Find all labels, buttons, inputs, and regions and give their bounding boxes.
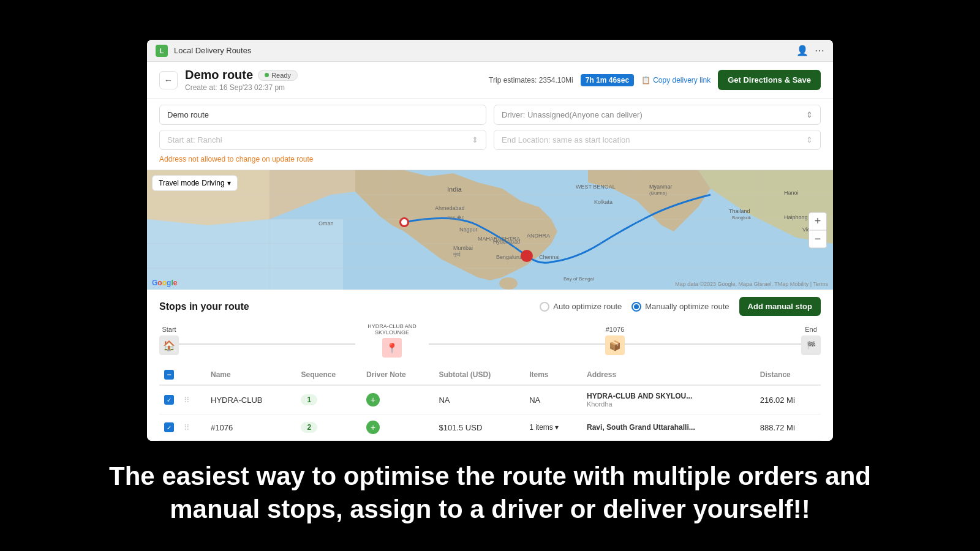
start-location-select[interactable]: Start at: Ranchi ⇕ <box>159 130 486 150</box>
svg-text:Bay of Bengal: Bay of Bengal <box>564 276 594 282</box>
route-name-input[interactable] <box>159 105 486 125</box>
row1-address-cell: HYDRA-CLUB AND SKYLOU... Khordha <box>582 385 755 414</box>
zoom-in-button[interactable]: + <box>809 212 826 230</box>
table-row: ✓ ⠿ HYDRA-CLUB 1 + <box>159 385 821 414</box>
row1-checkbox-cell[interactable]: ✓ <box>159 385 179 414</box>
map-attribution: Map data ©2023 Google, Mapa GIsrael, TMa… <box>675 281 828 287</box>
row1-subtotal-cell: NA <box>434 385 524 414</box>
route-subtitle: Create at: 16 Sep'23 02:37 pm <box>185 83 298 92</box>
col-check: − <box>159 365 179 385</box>
row1-distance-cell: 216.02 Mi <box>755 385 821 414</box>
stop-node-1076: #1076 📦 <box>605 326 625 355</box>
row2-items[interactable]: 1 items ▾ <box>529 423 577 432</box>
svg-point-4 <box>401 219 407 225</box>
dropdown-arrow-icon: ⇕ <box>806 110 813 119</box>
titlebar-right: 👤 ⋯ <box>796 45 824 56</box>
row2-add-note-button[interactable]: + <box>366 421 380 434</box>
travel-mode-dropdown-icon: ▾ <box>227 179 231 187</box>
travel-mode-button[interactable]: Travel mode Driving ▾ <box>152 175 238 191</box>
caption-line1: The easiest way to optimise the route wi… <box>109 462 871 490</box>
select-all-checkbox[interactable]: − <box>164 370 174 380</box>
manually-optimize-option[interactable]: Manually optimize route <box>631 302 729 312</box>
svg-text:Haiphong: Haiphong <box>784 214 808 220</box>
row1-add-note-button[interactable]: + <box>366 393 380 407</box>
row2-items-cell: 1 items ▾ <box>524 414 582 441</box>
auto-optimize-option[interactable]: Auto optimize route <box>540 302 622 312</box>
caption-text: The easiest way to optimise the route wi… <box>37 460 943 527</box>
zoom-out-button[interactable]: − <box>809 230 826 247</box>
end-location-select[interactable]: End Location: same as start location ⇕ <box>494 130 821 150</box>
row1-seq-cell: 1 <box>296 385 361 414</box>
back-button[interactable]: ← <box>159 71 178 89</box>
user-icon[interactable]: 👤 <box>796 45 809 56</box>
row2-address-main: Ravi, South Grand Uttarahalli... <box>587 423 750 432</box>
stop-icon-end: 🏁 <box>801 335 821 355</box>
trip-time-badge: 7h 1m 46sec <box>581 74 634 86</box>
end-dropdown-icon: ⇕ <box>806 135 813 144</box>
svg-text:WEST BENGAL: WEST BENGAL <box>576 184 616 190</box>
svg-text:Hyderabad: Hyderabad <box>493 239 520 245</box>
form-row-2: Start at: Ranchi ⇕ End Location: same as… <box>159 130 821 150</box>
row1-distance: 216.02 Mi <box>760 395 795 405</box>
auto-optimize-radio[interactable] <box>540 302 549 312</box>
manually-optimize-radio[interactable] <box>631 302 641 312</box>
svg-point-2 <box>499 277 518 290</box>
row1-subtotal: NA <box>439 395 450 405</box>
trip-label: Trip estimates: <box>489 76 537 84</box>
svg-text:मुंबई: मुंबई <box>453 251 461 258</box>
table-row: ✓ ⠿ #1076 2 + <box>159 414 821 441</box>
get-directions-button[interactable]: Get Directions & Save <box>718 70 821 90</box>
connector-1 <box>179 343 355 345</box>
col-address: Address <box>582 365 755 385</box>
driver-select[interactable]: Driver: Unassigned(Anyone can deliver) ⇕ <box>494 105 821 125</box>
table-header: − Name Sequence Driver Note Subtotal (US… <box>159 365 821 385</box>
table-body: ✓ ⠿ HYDRA-CLUB 1 + <box>159 385 821 441</box>
header-left: ← Demo route Ready Create at: 16 Sep'23 … <box>159 68 298 92</box>
col-driver-note: Driver Note <box>361 365 434 385</box>
row1-address-sub: Khordha <box>587 400 750 408</box>
more-icon[interactable]: ⋯ <box>815 45 824 56</box>
row2-checkbox-cell[interactable]: ✓ <box>159 414 179 441</box>
caption-line2: manual stops, assign to a driver or deli… <box>170 495 810 523</box>
status-text: Ready <box>271 72 291 79</box>
add-manual-stop-button[interactable]: Add manual stop <box>739 297 821 316</box>
stops-controls: Auto optimize route Manually optimize ro… <box>540 297 821 316</box>
form-row-1: Driver: Unassigned(Anyone can deliver) ⇕ <box>159 105 821 125</box>
stop-label-end: End <box>805 326 817 333</box>
row2-checkbox[interactable]: ✓ <box>164 422 174 432</box>
copy-delivery-link-button[interactable]: 📋 Copy delivery link <box>641 76 710 84</box>
end-placeholder: End Location: same as start location <box>502 135 630 144</box>
status-badge: Ready <box>258 70 298 81</box>
row2-sequence-badge: 2 <box>301 422 317 433</box>
stops-section: Stops in your route Auto optimize route … <box>147 290 833 441</box>
svg-text:Nagpur: Nagpur <box>459 227 478 233</box>
travel-mode-label: Travel mode <box>159 179 199 187</box>
drag-handle-icon-2[interactable]: ⠿ <box>184 423 190 432</box>
row1-sequence-badge: 1 <box>301 394 317 405</box>
form-section: Driver: Unassigned(Anyone can deliver) ⇕… <box>147 99 833 170</box>
row2-name-cell: #1076 <box>206 414 296 441</box>
row2-drag-cell: ⠿ <box>179 414 206 441</box>
browser-titlebar: L Local Delivery Routes 👤 ⋯ <box>147 40 833 62</box>
map-section[interactable]: India Ahmedabad અમ‌ �ᨅ Nagpur MAHARASHTR… <box>147 170 833 290</box>
row1-address-main: HYDRA-CLUB AND SKYLOU... <box>587 392 750 400</box>
row1-items-cell: NA <box>524 385 582 414</box>
col-sequence: Sequence <box>296 365 361 385</box>
start-placeholder: Start at: Ranchi <box>167 135 222 144</box>
col-name: Name <box>206 365 296 385</box>
status-dot <box>265 73 269 77</box>
connector-2 <box>429 343 605 345</box>
svg-text:Mumbai: Mumbai <box>453 245 473 251</box>
svg-text:Ahmedabad: Ahmedabad <box>435 205 465 211</box>
map-svg: India Ahmedabad અમ‌ �ᨅ Nagpur MAHARASHTR… <box>147 170 833 290</box>
row1-note-cell: + <box>361 385 434 414</box>
row1-checkbox[interactable]: ✓ <box>164 395 174 405</box>
bottom-caption: The easiest way to optimise the route wi… <box>0 460 980 527</box>
svg-text:Kolkata: Kolkata <box>594 199 612 205</box>
stops-header: Stops in your route Auto optimize route … <box>159 297 821 316</box>
drag-handle-icon[interactable]: ⠿ <box>184 395 190 405</box>
row2-address-cell: Ravi, South Grand Uttarahalli... <box>582 414 755 441</box>
radio-inner-dot <box>634 304 639 309</box>
auto-optimize-label: Auto optimize route <box>553 302 622 311</box>
address-warning: Address not allowed to change on update … <box>159 155 821 163</box>
